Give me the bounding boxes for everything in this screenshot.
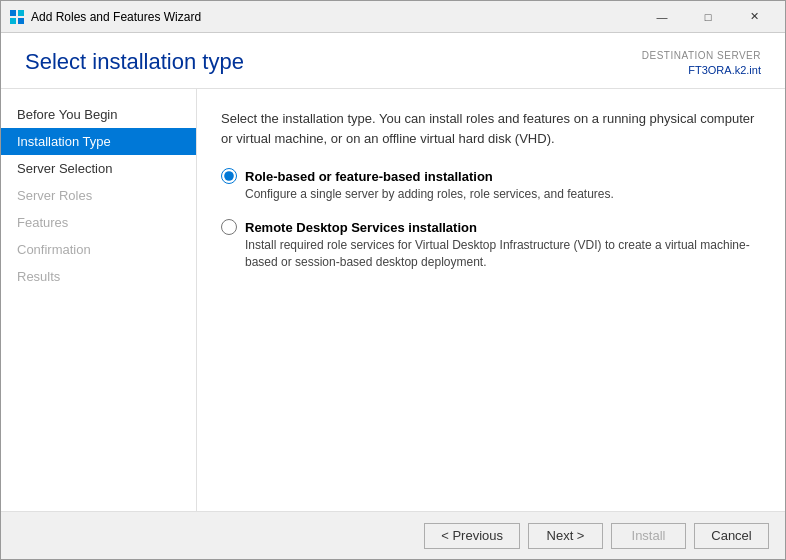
install-button[interactable]: Install [611,523,686,549]
minimize-button[interactable]: — [639,1,685,33]
title-bar: Add Roles and Features Wizard — □ ✕ [1,1,785,33]
window-controls: — □ ✕ [639,1,777,33]
sidebar-item-confirmation: Confirmation [1,236,196,263]
sidebar-item-before-you-begin[interactable]: Before You Begin [1,101,196,128]
wizard-footer: < Previous Next > Install Cancel [1,511,785,559]
content-description: Select the installation type. You can in… [221,109,761,148]
sidebar-item-features: Features [1,209,196,236]
close-button[interactable]: ✕ [731,1,777,33]
wizard-window: Add Roles and Features Wizard — □ ✕ Sele… [0,0,786,560]
role-based-description: Configure a single server by adding role… [245,186,761,203]
svg-rect-2 [10,18,16,24]
sidebar-item-results: Results [1,263,196,290]
sidebar-item-installation-type[interactable]: Installation Type [1,128,196,155]
remote-desktop-label-row: Remote Desktop Services installation [221,219,761,235]
remote-desktop-option: Remote Desktop Services installation Ins… [221,219,761,271]
svg-rect-0 [10,10,16,16]
page-title: Select installation type [25,49,244,75]
server-name: FT3ORA.k2.int [642,63,761,78]
sidebar: Before You Begin Installation Type Serve… [1,89,197,511]
role-based-title[interactable]: Role-based or feature-based installation [245,169,493,184]
window-title: Add Roles and Features Wizard [31,10,639,24]
svg-rect-3 [18,18,24,24]
content-panel: Select the installation type. You can in… [197,89,785,511]
svg-rect-1 [18,10,24,16]
remote-desktop-title[interactable]: Remote Desktop Services installation [245,220,477,235]
previous-button[interactable]: < Previous [424,523,520,549]
cancel-button[interactable]: Cancel [694,523,769,549]
next-button[interactable]: Next > [528,523,603,549]
sidebar-item-server-roles: Server Roles [1,182,196,209]
role-based-label-row: Role-based or feature-based installation [221,168,761,184]
app-icon [9,9,25,25]
main-area: Before You Begin Installation Type Serve… [1,89,785,511]
remote-desktop-radio[interactable] [221,219,237,235]
maximize-button[interactable]: □ [685,1,731,33]
role-based-radio[interactable] [221,168,237,184]
sidebar-item-server-selection[interactable]: Server Selection [1,155,196,182]
destination-label: DESTINATION SERVER [642,49,761,63]
installation-type-options: Role-based or feature-based installation… [221,168,761,270]
content-area: Select installation type DESTINATION SER… [1,33,785,559]
role-based-option: Role-based or feature-based installation… [221,168,761,203]
wizard-header: Select installation type DESTINATION SER… [1,33,785,89]
destination-server-info: DESTINATION SERVER FT3ORA.k2.int [642,49,761,78]
remote-desktop-description: Install required role services for Virtu… [245,237,761,271]
